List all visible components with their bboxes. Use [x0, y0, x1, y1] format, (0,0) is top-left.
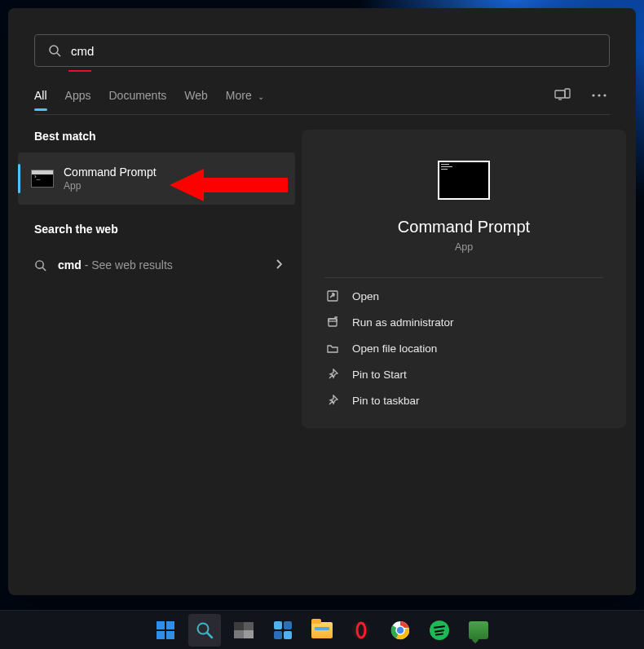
taskbar-spotify[interactable] — [423, 614, 456, 647]
filter-tabs: All Apps Documents Web More ⌄ — [34, 85, 610, 115]
svg-point-6 — [598, 94, 600, 96]
svg-point-5 — [592, 94, 594, 96]
search-bar[interactable] — [34, 34, 610, 67]
more-options-icon[interactable] — [589, 91, 610, 100]
open-icon — [326, 289, 339, 302]
search-icon — [34, 259, 46, 272]
web-query-hint: - See web results — [82, 258, 173, 272]
svg-line-1 — [57, 53, 60, 56]
search-icon — [196, 621, 214, 639]
tab-apps[interactable]: Apps — [65, 89, 91, 102]
best-match-result[interactable]: Command Prompt App — [18, 152, 295, 205]
chevron-right-icon — [276, 258, 282, 272]
folder-icon — [326, 342, 339, 355]
svg-rect-4 — [565, 89, 570, 98]
windows-logo-icon — [157, 621, 174, 639]
web-search-result[interactable]: cmd - See web results — [18, 245, 295, 285]
action-label: Pin to taskbar — [352, 395, 420, 407]
tab-web[interactable]: Web — [184, 89, 208, 102]
action-open[interactable]: Open — [316, 283, 611, 309]
search-web-heading: Search the web — [34, 223, 295, 236]
action-pin-taskbar[interactable]: Pin to taskbar — [316, 387, 611, 413]
pin-icon — [326, 368, 339, 381]
svg-rect-12 — [329, 319, 337, 326]
opera-icon — [351, 620, 371, 640]
taskbar-teams[interactable] — [462, 614, 495, 647]
admin-shield-icon — [326, 316, 339, 329]
tab-more[interactable]: More ⌄ — [226, 89, 264, 102]
search-icon — [48, 44, 61, 57]
results-column: Best match Command Prompt App Search the… — [18, 130, 295, 428]
search-input[interactable] — [71, 44, 596, 58]
svg-rect-13 — [329, 319, 337, 321]
spellcheck-underline — [68, 70, 91, 72]
mobile-link-icon[interactable] — [551, 85, 574, 106]
web-query: cmd — [58, 258, 82, 272]
result-title: Command Prompt — [64, 166, 157, 179]
svg-point-0 — [50, 46, 58, 54]
action-label: Pin to Start — [352, 369, 407, 381]
action-label: Open — [352, 290, 379, 302]
widgets-icon — [274, 621, 292, 639]
command-prompt-thumbnail — [438, 161, 490, 200]
command-prompt-icon — [31, 170, 54, 188]
taskbar — [0, 610, 644, 649]
preview-pane: Command Prompt App Open Run as administr… — [302, 130, 626, 428]
preview-subtitle: App — [316, 241, 611, 253]
svg-point-8 — [36, 260, 43, 267]
taskbar-task-view[interactable] — [227, 614, 260, 647]
chat-icon — [469, 621, 488, 639]
action-label: Open file location — [352, 342, 437, 355]
pin-icon — [326, 394, 339, 407]
taskbar-opera[interactable] — [345, 614, 377, 647]
tab-documents[interactable]: Documents — [108, 89, 166, 102]
svg-rect-10 — [328, 291, 337, 301]
tab-more-label: More — [226, 89, 252, 102]
tab-all[interactable]: All — [34, 89, 47, 102]
chrome-icon — [390, 620, 410, 640]
taskbar-search-button[interactable] — [188, 614, 221, 647]
action-run-admin[interactable]: Run as administrator — [316, 309, 611, 335]
svg-point-7 — [603, 94, 606, 96]
svg-rect-2 — [555, 91, 565, 98]
task-view-icon — [234, 622, 254, 638]
best-match-heading: Best match — [34, 130, 295, 143]
result-subtitle: App — [64, 180, 157, 192]
start-search-panel: All Apps Documents Web More ⌄ Best match — [8, 8, 636, 595]
taskbar-widgets[interactable] — [267, 614, 299, 647]
action-open-location[interactable]: Open file location — [316, 335, 611, 361]
file-explorer-icon — [311, 622, 333, 638]
action-pin-start[interactable]: Pin to Start — [316, 361, 611, 387]
chevron-down-icon: ⌄ — [255, 92, 264, 101]
preview-title: Command Prompt — [316, 218, 611, 236]
divider — [324, 277, 603, 278]
taskbar-chrome[interactable] — [384, 614, 417, 647]
svg-line-16 — [207, 633, 212, 638]
spotify-icon — [430, 620, 449, 640]
action-label: Run as administrator — [352, 316, 454, 329]
taskbar-start-button[interactable] — [149, 614, 182, 647]
svg-line-9 — [42, 267, 46, 271]
taskbar-file-explorer[interactable] — [306, 614, 338, 647]
